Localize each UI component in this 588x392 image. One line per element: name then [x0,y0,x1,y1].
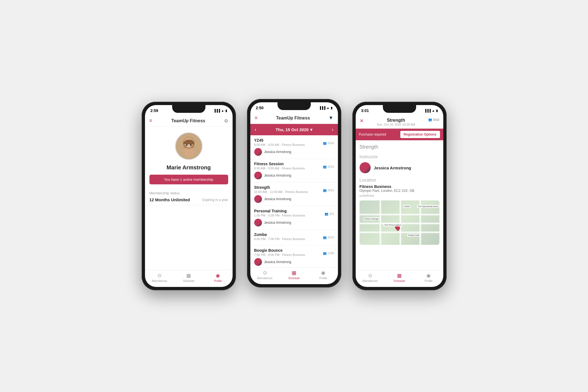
clock-icon-2: ⊙ [263,270,267,276]
people-icon-fitness: 👥 [323,165,327,169]
class-item-fitness[interactable]: Fitness Session 8:00 AM - 9:00 AM · Fitn… [250,159,338,182]
membership-plan: 12 Months Unlimited [149,197,190,202]
hamburger-icon[interactable]: ≡ [149,118,152,124]
phones-container: 2:59 ▐▐▐ ▲ ▮ ≡ TeamUp Fitness ⊙ [142,102,447,290]
class-row-yz45: YZ45 8:00 AM - 9:00 AM · Fitness Busines… [254,138,334,148]
wifi-icon-3: ▲ [432,109,435,112]
map-background: Violet The Spurstowe Arms Prince George … [360,200,439,245]
nav-attendances-3[interactable]: ⊙ Attendances [356,273,385,282]
membership-row: 12 Months Unlimited Expiring in a year [149,197,228,205]
nav-att-label-3: Attendances [362,279,378,282]
class-item-boogie[interactable]: Boogie Bounce 7:00 PM - 8:00 PM · Fitnes… [250,245,338,267]
detail-capacity: 👥 0/10 [428,118,439,121]
map-label-5: Fields Cafe [407,234,420,237]
close-btn[interactable]: ✕ [360,118,364,124]
capacity-pt: 👥 0/1 [325,212,334,216]
instructor-avatar-boogie [254,258,262,266]
people-icon-detail: 👥 [428,118,432,121]
detail-class-title: Strength [364,118,429,123]
instructor-row-strength: Jessica Armstrong [254,195,334,203]
instructor-row-yz45: Jessica Armstrong [254,148,334,156]
instructor-row-boogie: Jessica Armstrong [254,258,334,266]
people-icon-pt: 👥 [325,212,329,216]
nav-profile-2[interactable]: ◉ Profile [309,270,338,280]
capacity-fitness: 👥 0/10 [323,165,334,169]
class-row-boogie: Boogie Bounce 7:00 PM - 8:00 PM · Fitnes… [254,248,334,258]
status-icons-3: ▐▐▐ ▲ ▮ [424,109,437,113]
map-road-v2 [399,200,401,245]
capacity-yz45: 👥 0/16 [323,141,334,145]
capacity-zumba: 👥 0/15 [323,236,334,239]
class-time-boogie: 7:00 PM - 8:00 PM · Fitness Business [254,253,305,256]
phone-3: 3:01 ▐▐▐ ▲ ▮ ✕ Strength Sun, Oct 18, 202… [352,102,447,290]
purchase-bar: Purchase required Registration Options [356,129,443,140]
nav-profile-3[interactable]: ◉ Profile [414,273,443,282]
signal-icon: ▐▐▐ [213,109,220,112]
avatar [175,132,203,160]
nav-attendances-1[interactable]: ⊙ Attendances [145,273,174,282]
phone-2: 2:50 ▐▐▐ ▲ ▮ ≡ TeamUp Fitness ▼ ‹ Thu, 1… [247,99,341,287]
class-item-yz45[interactable]: YZ45 8:00 AM - 9:00 AM · Fitness Busines… [250,135,338,159]
wifi-icon: ▲ [221,109,224,112]
nav-schedule-label: Schedule [183,279,195,282]
class-time-zumba: 6:00 PM - 7:00 PM · Fitness Business [254,237,305,241]
instructor-name-yz45: Jessica Armstrong [264,150,291,154]
class-item-pt[interactable]: Personal Training 1:00 PM - 5:00 PM · Fi… [250,206,338,230]
signal-icon-2: ▐▐▐ [319,106,325,110]
purchase-text: Purchase required [359,133,386,136]
membership-badge: You have 1 active membership [149,175,228,184]
class-name-yz45: YZ45 [254,138,305,142]
app-title-1: TeamUp Fitness [171,118,205,123]
class-row-pt: Personal Training 1:00 PM - 5:00 PM · Fi… [254,209,334,219]
nav-profile-label: Profile [214,279,222,282]
class-item-zumba[interactable]: Zumba 6:00 PM - 7:00 PM · Fitness Busine… [250,230,338,245]
reg-options-button[interactable]: Registration Options [400,131,440,138]
app-title-2: TeamUp Fitness [276,116,310,121]
map-label-3: Prince George [363,217,380,220]
battery-icon-3: ▮ [436,109,438,113]
bottom-nav-1: ⊙ Attendances ▦ Schedule ◉ Profile [145,270,233,287]
map-container[interactable]: Violet The Spurstowe Arms Prince George … [360,200,439,245]
clock-icon: ⊙ [157,273,162,279]
nav-prof-label-2: Profile [319,277,327,280]
person-icon-3: ◉ [426,273,431,279]
instructor-row-fitness: Jessica Armstrong [254,172,334,179]
map-label-4: The Prince Arthur [383,223,402,226]
screen-content-3: ✕ Strength Sun, Oct 18, 2020 10:00 AM 👥 … [356,115,443,287]
nav-schedule-1[interactable]: ▦ Schedule [174,273,203,282]
capacity-boogie: 👥 1/30 [323,251,334,255]
nav-schedule-3[interactable]: ▦ Schedule [385,273,414,282]
profile-name: Marie Armstrong [167,164,211,171]
status-icons-2: ▐▐▐ ▲ ▮ [319,106,332,110]
next-date-btn[interactable]: › [332,127,334,133]
detail-header: ✕ Strength Sun, Oct 18, 2020 10:00 AM 👥 … [356,115,443,129]
instructor-row-pt: Jessica Armstrong [254,219,334,226]
screen-content-2: ≡ TeamUp Fitness ▼ ‹ Thu, 15 Oct 2020 ▾ … [250,112,338,284]
svg-point-6 [190,144,192,146]
location-name: Fitness Business [360,184,439,189]
date-display[interactable]: Thu, 15 Oct 2020 ▾ [276,127,312,132]
filter-icon[interactable]: ▼ [329,115,334,121]
class-item-strength[interactable]: Strength 10:00 AM - 11:00 AM · Fitness B… [250,182,338,206]
status-time-3: 3:01 [361,108,369,113]
hamburger-icon-2[interactable]: ≡ [255,115,258,121]
detail-instructor-avatar [360,162,371,173]
class-name-zumba: Zumba [254,232,305,237]
instructor-name-strength: Jessica Armstrong [264,197,291,201]
nav-attendances-2[interactable]: ⊙ Attendances [250,270,279,280]
prev-date-btn[interactable]: ‹ [255,127,256,133]
phone-1-screen: 2:59 ▐▐▐ ▲ ▮ ≡ TeamUp Fitness ⊙ [145,105,233,287]
people-icon-zumba: 👥 [323,236,327,239]
nav-schedule-2[interactable]: ▦ Schedule [279,270,309,280]
clock-icon-3: ⊙ [368,273,372,279]
class-row-strength: Strength 10:00 AM - 11:00 AM · Fitness B… [254,185,334,195]
people-icon-strength: 👥 [323,189,327,192]
instructor-section-label: Instructor [360,154,439,159]
notch-2 [278,102,311,110]
nav-profile-1[interactable]: ◉ Profile [203,273,232,282]
instructor-name-pt: Jessica Armstrong [264,221,291,225]
date-bar: ‹ Thu, 15 Oct 2020 ▾ › [250,124,338,135]
nav-attendances-label: Attendances [152,279,167,282]
class-time-pt: 1:00 PM - 5:00 PM · Fitness Business [254,214,305,217]
camera-icon[interactable]: ⊙ [224,118,228,123]
